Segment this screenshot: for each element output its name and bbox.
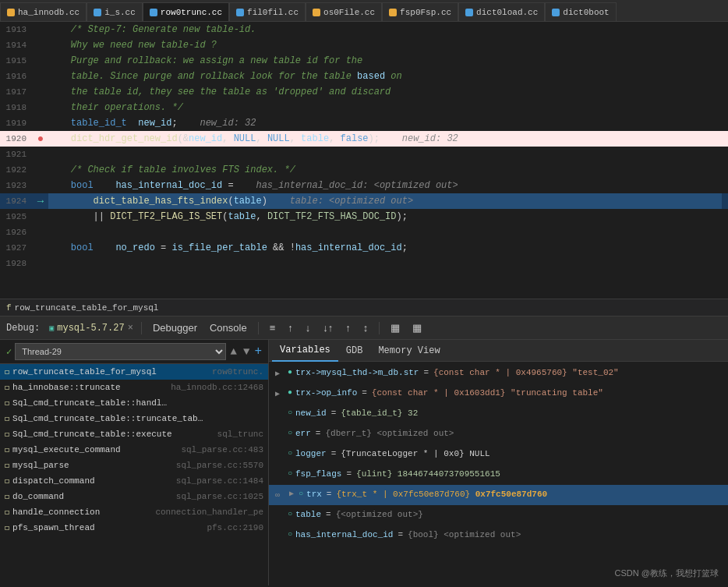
- frame-item[interactable]: ◻ Sql_cmd_truncate_table::execute sql_tr…: [0, 426, 268, 442]
- thread-next-button[interactable]: ▼: [242, 345, 251, 358]
- resume-button[interactable]: ↕: [360, 320, 372, 335]
- frame-icon: ◻: [5, 367, 9, 377]
- frame-icon: ◻: [5, 476, 9, 486]
- tab-icon-row0trunc: [150, 9, 157, 16]
- expand-icon: ▶: [275, 529, 284, 544]
- frame-icon: ◻: [5, 383, 9, 392]
- debug-body: ✓ Thread-29 ▲ ▼ + ◻ row_truncate_table_f…: [0, 340, 728, 585]
- gdb-tab[interactable]: GDB: [338, 340, 371, 362]
- tab-fsp0fsp[interactable]: fsp0Fsp.cc: [382, 2, 458, 21]
- watermark: CSDN @教练，我想打篮球: [615, 568, 719, 579]
- toolbar-separator: [141, 322, 142, 334]
- frame-item[interactable]: ◻ do_command sql_parse.cc:1025: [0, 489, 268, 504]
- debugger-tab-button[interactable]: Debugger: [150, 320, 200, 335]
- step-over-button[interactable]: ↑: [284, 320, 296, 335]
- vars-tabs: Variables GDB Memory View: [269, 340, 728, 362]
- thread-prev-button[interactable]: ▲: [229, 345, 239, 358]
- var-type-icon: ●: [288, 385, 292, 401]
- debug-label: Debug:: [6, 323, 40, 334]
- breadcrumb-text: row_truncate_table_for_mysql: [15, 303, 159, 313]
- debug-session-name: mysql-5.7.27: [57, 323, 124, 334]
- expand-icon[interactable]: ∞: [275, 488, 284, 504]
- frame-item[interactable]: ◻ mysql_execute_command sql_parse.cc:483: [0, 442, 268, 458]
- code-line-1928: 1928: [0, 256, 728, 271]
- watch-button[interactable]: ▦: [409, 320, 425, 335]
- thread-dropdown[interactable]: Thread-29: [15, 343, 225, 360]
- variables-tab[interactable]: Variables: [272, 340, 338, 362]
- toolbar-separator-3: [379, 322, 380, 334]
- var-type-icon: ○: [288, 426, 292, 441]
- tab-icon-ha-innodb: [7, 9, 15, 16]
- watermark-container: CSDN @教练，我想打篮球: [269, 562, 728, 585]
- code-line-1914: 1914 Why we need new table-id ?: [0, 37, 728, 53]
- code-line-1920: 1920 ● dict_hdr_get_new_id(&new_id, NULL…: [0, 131, 728, 147]
- tab-os0file[interactable]: os0File.cc: [306, 2, 382, 21]
- frame-item[interactable]: ◻ pfs_spawn_thread pfs.cc:2190: [0, 520, 268, 536]
- var-type-icon: ○: [288, 507, 292, 522]
- memory-view-tab[interactable]: Memory View: [370, 340, 447, 362]
- debug-close-button[interactable]: ×: [128, 323, 133, 334]
- code-line-1918: 1918 their operations. */: [0, 100, 728, 115]
- code-line-1927: 1927 bool no_redo = is_file_per_table &&…: [0, 240, 728, 256]
- tab-ha-innodb[interactable]: ha_innodb.cc: [0, 2, 87, 21]
- debug-toolbar: Debug: ▣ mysql-5.7.27 × Debugger Console…: [0, 316, 728, 340]
- tab-dict0boot[interactable]: dict0boot: [545, 2, 616, 21]
- frame-item[interactable]: ◻ mysql_parse sql_parse.cc:5570: [0, 458, 268, 473]
- frame-item[interactable]: ◻ dispatch_command sql_parse.cc:1484: [0, 473, 268, 489]
- variable-item: ▶ ○ err = {dberr_t} <optimized out>: [269, 424, 728, 444]
- step-into-button[interactable]: ↓: [302, 320, 314, 335]
- variable-item: ▶ ○ new_id = {table_id_t} 32: [269, 404, 728, 424]
- frame-item[interactable]: ◻ Sql_cmd_truncate_table::handler_trunca…: [0, 395, 268, 411]
- variable-item: ▶ ○ fsp_flags = {ulint} 1844674407370955…: [269, 465, 728, 485]
- console-tab-button[interactable]: Console: [207, 320, 250, 335]
- expand-icon[interactable]: ▶: [275, 366, 284, 382]
- var-type-icon: ○: [288, 446, 292, 461]
- current-line-arrow: →: [37, 193, 44, 209]
- expand-icon[interactable]: ▶: [275, 387, 284, 402]
- function-icon: f: [6, 303, 12, 313]
- frame-item[interactable]: ◻ handle_connection connection_handler_p…: [0, 504, 268, 520]
- database-icon: ▣: [49, 324, 54, 333]
- thread-check-icon: ✓: [6, 346, 12, 358]
- step-out-button[interactable]: ↓↑: [320, 320, 336, 335]
- frame-icon: ◻: [5, 507, 9, 517]
- expand-icon: ▶: [275, 427, 284, 443]
- frame-icon: ◻: [5, 430, 9, 439]
- frame-item[interactable]: ◻ row_truncate_table_for_mysql row0trunc…: [0, 364, 268, 380]
- tab-icon-dict0boot: [552, 9, 560, 16]
- thread-add-button[interactable]: +: [254, 345, 262, 359]
- frames-panel: ✓ Thread-29 ▲ ▼ + ◻ row_truncate_table_f…: [0, 340, 269, 585]
- frame-icon: ◻: [5, 398, 9, 408]
- breakpoint-icon: ●: [37, 131, 44, 147]
- tab-icon-os0file: [313, 9, 320, 16]
- tab-dict0load[interactable]: dict0load.cc: [458, 2, 545, 21]
- thread-selector: ✓ Thread-29 ▲ ▼ +: [0, 340, 268, 364]
- var-type-icon: ○: [299, 486, 303, 502]
- frame-item[interactable]: ◻ ha_innobase::truncate ha_innodb.cc:124…: [0, 380, 268, 395]
- code-line-1917: 1917 the table id, they see the table as…: [0, 84, 728, 100]
- toolbar-menu-button[interactable]: ≡: [267, 320, 279, 335]
- debug-session[interactable]: ▣ mysql-5.7.27 ×: [49, 323, 133, 334]
- frames-list: ◻ row_truncate_table_for_mysql row0trunc…: [0, 364, 268, 585]
- code-line-1926: 1926: [0, 225, 728, 240]
- tab-row0trunc[interactable]: row0trunc.cc: [143, 2, 229, 21]
- code-line-1925: 1925 || DICT_TF2_FLAG_IS_SET(table, DICT…: [0, 209, 728, 225]
- variables-panel: Variables GDB Memory View ▶ ● trx->mysql…: [269, 340, 728, 585]
- expand-icon: ▶: [275, 468, 284, 483]
- tab-icon-fsp0fsp: [389, 9, 397, 16]
- tab-icon-dict0load: [465, 9, 473, 16]
- run-button[interactable]: ↑: [342, 320, 354, 335]
- expand-collapse-icon: ▶: [288, 486, 295, 502]
- frame-item[interactable]: ◻ Sql_cmd_truncate_table::truncate_table…: [0, 411, 268, 426]
- code-line-1922: 1922 /* Check if table involves FTS inde…: [0, 162, 728, 178]
- tab-bar: ha_innodb.cc i_s.cc row0trunc.cc fil0fil…: [0, 0, 728, 22]
- tab-fil0fil[interactable]: fil0fil.cc: [229, 2, 306, 21]
- tab-i-s[interactable]: i_s.cc: [87, 2, 143, 21]
- code-line-1913: 1913 /* Step-7: Generate new table-id.: [0, 22, 728, 37]
- breakpoints-button[interactable]: ▦: [387, 320, 403, 335]
- frame-icon: ◻: [5, 461, 9, 470]
- frame-icon: ◻: [5, 445, 9, 454]
- variable-item-trx[interactable]: ∞ ▶ ○ trx = {trx_t * | 0x7fc50e87d760} 0…: [269, 485, 728, 505]
- expand-icon: ▶: [275, 447, 284, 463]
- code-line-1915: 1915 Purge and rollback: we assign a new…: [0, 53, 728, 69]
